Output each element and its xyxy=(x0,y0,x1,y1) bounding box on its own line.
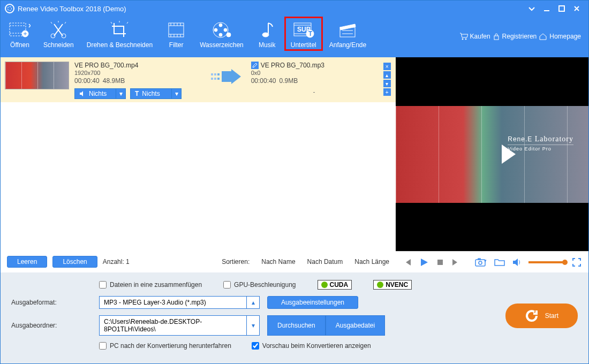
svg-point-12 xyxy=(262,33,269,37)
svg-point-7 xyxy=(219,24,222,27)
output-folder-select[interactable]: C:\Users\Reneelab-de.DESKTOP-8PO1TLH\Vid… xyxy=(99,315,260,336)
rotate-crop-button[interactable]: Drehen & Beschneiden xyxy=(80,17,159,51)
stop-button[interactable] xyxy=(436,259,444,266)
output-file-button[interactable]: Ausgabedatei xyxy=(326,315,385,336)
target-column: VE PRO BG_700.mp3 0x0 00:00:40 0.9MB - xyxy=(251,62,377,99)
buy-link[interactable]: Kaufen xyxy=(459,33,490,40)
open-button[interactable]: Öffnen xyxy=(3,17,37,51)
next-button[interactable] xyxy=(451,258,460,267)
svg-point-11 xyxy=(226,33,231,37)
file-row[interactable]: VE PRO BG_700.mp4 1920x700 00:00:40 48.9… xyxy=(1,57,396,103)
count-label: Anzahl: 1 xyxy=(103,258,130,266)
audio-track-dropdown[interactable]: Nichts ▾ xyxy=(74,88,126,99)
svg-point-18 xyxy=(462,39,463,40)
bottom-panel: Leeren Löschen Anzahl: 1 Sortieren: Nach… xyxy=(1,251,588,363)
svg-rect-24 xyxy=(214,78,216,80)
film-add-icon xyxy=(9,20,31,40)
target-size: 0.9MB xyxy=(280,77,298,85)
svg-point-9 xyxy=(219,33,222,36)
output-folder-label: Ausgabeordner: xyxy=(11,322,92,329)
start-end-button[interactable]: Anfang/Ende xyxy=(323,17,373,51)
svg-rect-30 xyxy=(478,259,480,260)
source-filename: VE PRO BG_700.mp4 xyxy=(74,62,201,69)
preview-checkbox[interactable]: Vorschau beim Konvertieren anzeigen xyxy=(252,342,371,350)
clear-button[interactable]: Leeren xyxy=(7,256,47,268)
volume-button[interactable] xyxy=(512,258,521,267)
target-dash: - xyxy=(251,88,377,96)
title-bar: Renee Video Toolbox 2018 (Demo) xyxy=(1,1,588,17)
sort-length[interactable]: Nach Länge xyxy=(354,258,389,266)
music-note-icon xyxy=(256,20,278,40)
row-side-buttons: × ▴ ▾ + xyxy=(382,62,391,99)
register-link[interactable]: Registrieren xyxy=(493,33,537,40)
play-overlay-icon[interactable] xyxy=(502,145,516,164)
volume-slider[interactable] xyxy=(528,261,565,263)
shutdown-checkbox[interactable]: PC nach der Konvertierung herunterfahren xyxy=(99,342,231,350)
sort-label: Sortieren: xyxy=(222,258,250,266)
svg-rect-22 xyxy=(211,78,213,80)
crop-icon xyxy=(87,20,153,40)
film-strip-icon xyxy=(165,20,187,40)
clapper-icon xyxy=(329,20,366,40)
main-area: VE PRO BG_700.mp4 1920x700 00:00:40 48.9… xyxy=(1,57,588,251)
window-title: Renee Video Toolbox 2018 (Demo) xyxy=(18,5,524,13)
sort-date[interactable]: Nach Datum xyxy=(307,258,343,266)
browse-button[interactable]: Durchsuchen xyxy=(267,315,326,336)
start-button[interactable]: Start xyxy=(505,304,578,328)
cuda-badge: CUDA xyxy=(318,280,352,290)
list-actions-row: Leeren Löschen Anzahl: 1 Sortieren: Nach… xyxy=(1,251,396,272)
row-down-button[interactable]: ▾ xyxy=(383,80,391,87)
minimize-button[interactable] xyxy=(539,1,554,17)
svg-point-10 xyxy=(214,28,217,32)
svg-point-8 xyxy=(224,28,227,32)
row-close-button[interactable]: × xyxy=(383,63,391,70)
maximize-button[interactable] xyxy=(554,1,569,17)
delete-button[interactable]: Löschen xyxy=(52,256,97,268)
svg-rect-0 xyxy=(559,6,564,11)
output-settings-button[interactable]: Ausgabeeinstellungen xyxy=(267,296,358,309)
convert-arrow-icon xyxy=(206,62,246,99)
homepage-link[interactable]: Homepage xyxy=(539,33,581,40)
output-settings: Dateien in eine zusammenfügen GPU-Beschl… xyxy=(1,272,588,354)
fullscreen-button[interactable] xyxy=(572,258,581,267)
edit-icon[interactable] xyxy=(251,62,259,69)
svg-rect-23 xyxy=(214,73,216,75)
gpu-checkbox[interactable]: GPU-Beschleunigung xyxy=(223,281,296,289)
music-button[interactable]: Musik xyxy=(250,17,284,51)
svg-rect-20 xyxy=(494,36,499,40)
video-preview[interactable]: Rene.E LaboratoryVideo Editor Pro xyxy=(396,57,588,251)
filter-button[interactable]: Filter xyxy=(159,17,193,51)
prev-button[interactable] xyxy=(403,258,412,267)
row-up-button[interactable]: ▴ xyxy=(383,71,391,79)
svg-point-29 xyxy=(479,261,482,264)
source-column: VE PRO BG_700.mp4 1920x700 00:00:40 48.9… xyxy=(74,62,201,99)
output-format-select[interactable]: MP3 - MPEG Layer-3 Audio (*.mp3)▴ xyxy=(99,296,260,309)
open-folder-button[interactable] xyxy=(494,258,505,267)
subtitle-button[interactable]: SUBT Untertitel xyxy=(284,17,323,51)
row-add-button[interactable]: + xyxy=(383,88,391,96)
merge-checkbox[interactable]: Dateien in eine zusammenfügen xyxy=(99,281,202,289)
target-duration: 00:00:40 xyxy=(251,77,276,85)
menu-button[interactable] xyxy=(524,1,539,17)
header-links: Kaufen Registrieren Homepage xyxy=(459,17,586,40)
target-filename: VE PRO BG_700.mp3 xyxy=(261,62,324,69)
sort-name[interactable]: Nach Name xyxy=(261,258,295,266)
app-logo-icon xyxy=(5,4,14,13)
svg-point-19 xyxy=(465,39,466,40)
svg-rect-27 xyxy=(437,260,443,265)
svg-rect-25 xyxy=(217,73,220,75)
source-size: 48.9MB xyxy=(103,77,125,85)
main-toolbar: Öffnen Schneiden Drehen & Beschneiden Fi… xyxy=(1,17,588,57)
file-thumbnail[interactable] xyxy=(5,62,69,89)
preview-panel: Rene.E LaboratoryVideo Editor Pro xyxy=(396,57,588,251)
file-list: VE PRO BG_700.mp4 1920x700 00:00:40 48.9… xyxy=(1,57,396,251)
play-button[interactable] xyxy=(419,257,429,267)
snapshot-button[interactable]: ▾ xyxy=(475,258,487,267)
svg-rect-21 xyxy=(211,73,213,75)
watermark-button[interactable]: Wasserzeichen xyxy=(193,17,250,51)
subtitle-track-dropdown[interactable]: TNichts ▾ xyxy=(130,88,182,99)
scissors-icon xyxy=(43,20,74,40)
cut-button[interactable]: Schneiden xyxy=(37,17,80,51)
close-button[interactable] xyxy=(569,1,584,17)
source-dimensions: 1920x700 xyxy=(74,69,201,77)
